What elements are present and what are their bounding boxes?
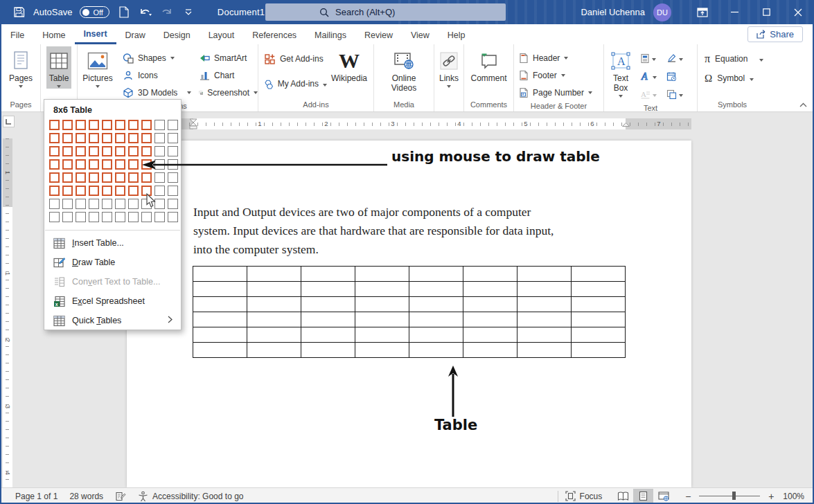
header-button[interactable]: Header [514,49,603,66]
table-size-cell[interactable] [128,159,139,170]
table-size-cell[interactable] [128,133,139,143]
customize-quick-access-icon[interactable] [182,5,195,20]
document-table-cell[interactable] [193,282,247,297]
drop-cap-button[interactable]: A [637,85,664,103]
equation-button[interactable]: π Equation [698,49,767,69]
table-size-cell[interactable] [154,172,165,183]
document-table-cell[interactable] [355,327,409,343]
table-size-cell[interactable] [89,212,99,222]
table-size-cell[interactable] [128,120,139,130]
table-size-cell[interactable] [102,172,112,183]
chart-button[interactable]: Chart [194,66,258,84]
document-table-cell[interactable] [193,327,247,343]
document-table-cell[interactable] [301,327,355,343]
table-size-cell[interactable] [115,159,125,170]
table-size-cell[interactable] [115,172,125,183]
document-table-cell[interactable] [355,297,409,312]
table-size-cell[interactable] [141,212,152,222]
table-size-cell[interactable] [102,212,112,222]
screenshot-button[interactable]: Screenshot [194,84,258,101]
table-size-cell[interactable] [102,159,112,170]
maximize-button[interactable] [750,0,782,24]
document-table-cell[interactable] [572,343,626,358]
collapse-ribbon-icon[interactable] [799,100,807,109]
document-table-cell[interactable] [409,343,463,358]
signature-line-button[interactable] [664,49,691,67]
table-size-cell[interactable] [102,120,112,130]
indent-markers[interactable] [188,118,198,129]
document-table-cell[interactable] [247,282,301,297]
document-page[interactable]: using mouse to draw table Input and Outp… [127,141,691,487]
menu-item-insert-table[interactable]: Insert Table... [44,233,181,253]
web-layout-button[interactable] [653,489,673,504]
document-table-cell[interactable] [193,343,247,358]
table-size-cell[interactable] [62,133,73,143]
table-size-cell[interactable] [154,120,165,130]
horizontal-ruler[interactable]: 1234567 [129,118,691,129]
document-table-cell[interactable] [517,343,572,358]
tab-references[interactable]: References [243,26,306,44]
table-size-cell[interactable] [168,133,178,143]
tab-file[interactable]: File [1,26,33,44]
table-size-cell[interactable] [115,199,125,209]
table-size-cell[interactable] [128,186,139,196]
account-name[interactable]: Daniel Uchenna [581,7,645,17]
right-indent-marker[interactable] [621,122,630,129]
document-table-cell[interactable] [247,297,301,312]
table-size-cell[interactable] [115,186,125,196]
document-table-cell[interactable] [517,327,572,343]
text-box-button[interactable]: A Text Box [604,46,637,98]
document-table-cell[interactable] [517,312,572,327]
table-size-cell[interactable] [154,212,165,222]
table-size-cell[interactable] [102,133,112,143]
table-size-cell[interactable] [62,212,73,222]
table-size-cell[interactable] [49,120,60,130]
table-size-cell[interactable] [89,186,99,196]
document-table-cell[interactable] [409,312,463,327]
zoom-level[interactable]: 100% [783,492,804,501]
table-size-cell[interactable] [49,199,60,209]
document-table-cell[interactable] [572,297,626,312]
table-size-cell[interactable] [62,186,73,196]
ribbon-display-options-icon[interactable] [687,0,718,24]
document-table-cell[interactable] [409,297,463,312]
table-size-cell[interactable] [115,120,125,130]
table-size-cell[interactable] [128,199,139,209]
document-table-cell[interactable] [247,312,301,327]
table-size-cell[interactable] [76,212,86,222]
table-size-cell[interactable] [168,199,178,209]
pages-button[interactable]: Pages [6,46,35,89]
table-size-cell[interactable] [128,212,139,222]
table-size-cell[interactable] [141,172,152,183]
table-size-cell[interactable] [76,120,86,130]
menu-item-draw-table[interactable]: Draw Table [44,253,181,272]
tab-design[interactable]: Design [154,26,200,44]
tab-mailings[interactable]: Mailings [306,26,355,44]
table-size-cell[interactable] [89,199,99,209]
document-table-cell[interactable] [572,267,626,282]
table-size-cell[interactable] [49,172,60,183]
table-size-cell[interactable] [49,133,60,143]
menu-item-excel-spreadsheet[interactable]: x Excel Spreadsheet [44,291,181,311]
tab-home[interactable]: Home [33,26,74,44]
tab-review[interactable]: Review [355,26,402,44]
links-button[interactable]: Links [436,46,461,89]
wikipedia-button[interactable]: W Wikipedia [327,46,371,84]
proofing-icon[interactable] [115,491,126,502]
document-table-cell[interactable] [572,282,626,297]
new-document-icon[interactable] [117,5,131,20]
document-table-cell[interactable] [301,282,355,297]
document-paragraph[interactable]: Input and Output devices are two of majo… [193,203,637,259]
table-size-cell[interactable] [62,120,73,130]
document-table-cell[interactable] [409,327,463,343]
smartart-button[interactable]: SmartArt [194,49,258,66]
my-addins-button[interactable]: My Add-ins [258,71,327,96]
document-table[interactable] [193,266,626,358]
zoom-slider-thumb[interactable] [732,492,736,500]
document-table-cell[interactable] [409,282,463,297]
document-table-cell[interactable] [517,282,572,297]
table-size-cell[interactable] [115,212,125,222]
comment-button[interactable]: Comment [468,46,509,84]
table-size-cell[interactable] [102,199,112,209]
table-size-cell[interactable] [168,186,178,196]
